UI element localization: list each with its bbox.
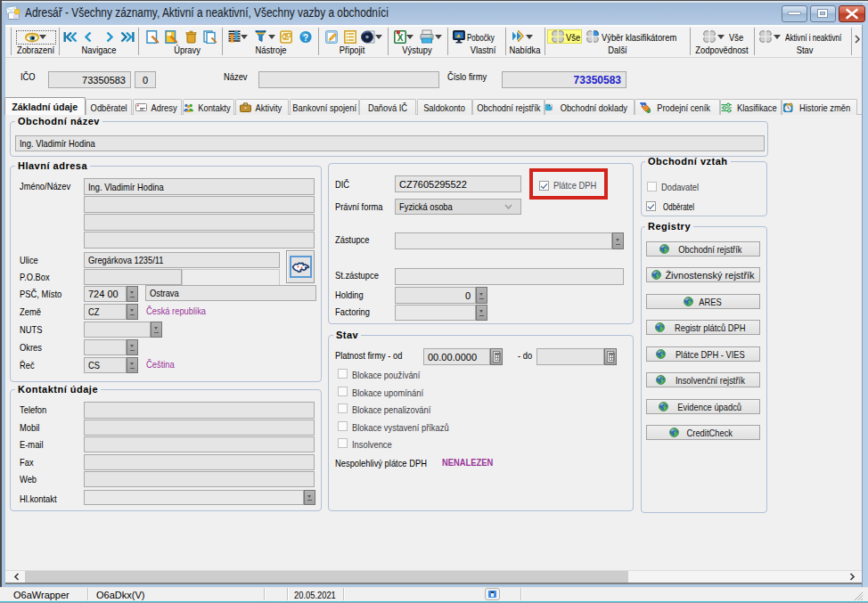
svg-text:X: X bbox=[397, 33, 404, 43]
svg-text:?: ? bbox=[303, 33, 308, 43]
